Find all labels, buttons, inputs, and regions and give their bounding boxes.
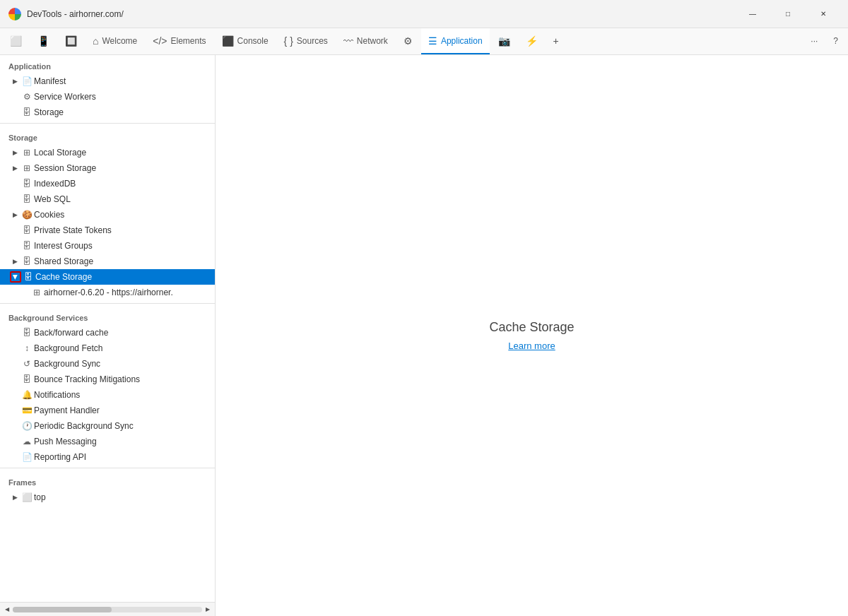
cache-storage-title: Cache Storage [489,320,574,335]
elements-icon: </> [153,35,167,47]
tab-group-left: ⬜ 📱 🔲 ⌂ Welcome </> Elements ⬛ Console {… [3,28,566,54]
reporting-api-label: Reporting API [34,452,212,462]
sidebar-item-background-sync[interactable]: ↺ Background Sync [0,356,215,372]
back-forward-cache-label: Back/forward cache [34,328,212,338]
tab-help-button[interactable]: ? [826,36,845,47]
sidebar-item-notifications[interactable]: 🔔 Notifications [0,387,215,403]
sidebar-item-periodic-bg-sync[interactable]: 🕐 Periodic Background Sync [0,418,215,434]
sidebar-item-local-storage[interactable]: ▶ ⊞ Local Storage [0,145,215,160]
manifest-label: Manifest [34,76,212,86]
main-content: Cache Storage Learn more [216,55,848,616]
private-state-tokens-label: Private State Tokens [34,225,212,235]
notifications-icon: 🔔 [21,389,33,401]
tab-console[interactable]: ⬛ Console [215,28,276,54]
sidebar-item-cache-storage[interactable]: ▶ 🗄 Cache Storage [0,269,215,285]
notifications-label: Notifications [34,390,212,400]
shared-storage-label: Shared Storage [34,256,212,266]
sidebar-item-storage-overview[interactable]: 🗄 Storage [0,105,215,120]
service-workers-icon: ⚙ [21,91,33,102]
sidebar-item-back-forward-cache[interactable]: 🗄 Back/forward cache [0,325,215,340]
tab-device-toolbar[interactable]: 📱 [30,28,57,54]
tab-elements[interactable]: </> Elements [146,28,213,54]
cache-storage-arrow: ▶ [11,272,20,282]
extra-icon: ⚡ [526,35,538,47]
tab-sources[interactable]: { } Sources [277,28,335,54]
sidebar-item-interest-groups[interactable]: 🗄 Interest Groups [0,238,215,254]
application-section-label: Application [0,55,215,73]
tab-network[interactable]: 〰 Network [336,28,395,54]
background-fetch-icon: ↕ [21,343,33,354]
add-tab-icon: + [553,35,559,47]
cache-storage-icon: 🗄 [23,271,34,283]
learn-more-link[interactable]: Learn more [508,340,555,351]
tab-add[interactable]: + [546,28,566,54]
tab-memory[interactable]: 📷 [491,28,517,54]
indexeddb-icon: 🗄 [21,178,33,189]
sidebar-item-background-fetch[interactable]: ↕ Background Fetch [0,340,215,356]
sidebar-item-web-sql[interactable]: 🗄 Web SQL [0,191,215,207]
interest-groups-icon: 🗄 [21,240,33,251]
maximize-button[interactable]: □ [772,3,804,25]
bounce-tracking-icon: 🗄 [21,374,33,385]
tab-toggle-drawer[interactable]: ⬜ [3,28,29,54]
cookies-arrow: ▶ [10,210,20,220]
scroll-right-button[interactable]: ▶ [202,604,213,615]
sidebar-item-payment-handler[interactable]: 💳 Payment Handler [0,403,215,418]
scroll-left-button[interactable]: ◀ [1,604,13,615]
devtools-tabbar: ⬜ 📱 🔲 ⌂ Welcome </> Elements ⬛ Console {… [0,28,848,55]
sidebar-item-cookies[interactable]: ▶ 🍪 Cookies [0,207,215,223]
close-button[interactable]: ✕ [807,3,840,25]
sidebar-item-indexeddb[interactable]: 🗄 IndexedDB [0,176,215,191]
sidebar-item-bounce-tracking[interactable]: 🗄 Bounce Tracking Mitigations [0,372,215,387]
sidebar-item-private-state-tokens[interactable]: 🗄 Private State Tokens [0,223,215,238]
cache-storage-arrow-box: ▶ [10,271,21,283]
background-services-section-label: Background Services [0,307,215,325]
sidebar-scrollbar[interactable]: ◀ ▶ [0,602,215,616]
sidebar-item-manifest[interactable]: ▶ 📄 Manifest [0,73,215,89]
tab-application-label: Application [441,36,483,46]
welcome-icon: ⌂ [93,35,98,47]
divider-2 [0,303,215,304]
search-icon: 🔲 [65,35,77,47]
titlebar: DevTools - airhorner.com/ — □ ✕ [0,0,848,28]
manifest-arrow: ▶ [10,76,20,86]
divider-1 [0,123,215,124]
window-controls: — □ ✕ [736,3,840,25]
tab-console-label: Console [237,36,269,46]
tab-welcome[interactable]: ⌂ Welcome [86,28,144,54]
session-storage-arrow: ▶ [10,163,20,173]
web-sql-label: Web SQL [34,194,212,204]
performance-icon: ⚙ [404,35,413,47]
tab-application[interactable]: ☰ Application [421,28,490,54]
tab-more-button[interactable]: ··· [803,36,825,47]
manifest-icon: 📄 [21,76,33,87]
tab-performance[interactable]: ⚙ [396,28,420,54]
console-icon: ⬛ [222,35,234,47]
local-storage-icon: ⊞ [21,147,33,158]
local-storage-label: Local Storage [34,148,212,158]
sources-icon: { } [284,35,293,47]
sidebar-item-frames-top[interactable]: ▶ ⬜ top [0,490,215,505]
frames-top-label: top [34,492,212,502]
minimize-button[interactable]: — [736,3,769,25]
sidebar-item-cache-entry[interactable]: ⊞ airhorner-0.6.20 - https://airhorner. [0,285,215,300]
interest-groups-label: Interest Groups [34,241,212,251]
background-sync-label: Background Sync [34,359,212,369]
storage-overview-label: Storage [34,107,212,117]
tab-extra[interactable]: ⚡ [519,28,545,54]
sidebar-item-service-workers[interactable]: ⚙ Service Workers [0,89,215,105]
sidebar: Application ▶ 📄 Manifest ⚙ Service Worke… [0,55,216,616]
sidebar-item-session-storage[interactable]: ▶ ⊞ Session Storage [0,160,215,176]
sidebar-item-shared-storage[interactable]: ▶ 🗄 Shared Storage [0,254,215,269]
scrollbar-thumb[interactable] [13,607,112,612]
sidebar-item-reporting-api[interactable]: 📄 Reporting API [0,449,215,465]
cookies-icon: 🍪 [21,209,33,220]
network-icon: 〰 [343,35,353,47]
tab-search[interactable]: 🔲 [58,28,84,54]
frames-top-icon: ⬜ [21,492,33,503]
scrollbar-track[interactable] [13,607,202,612]
cache-storage-label: Cache Storage [35,272,212,282]
storage-section-label: Storage [0,126,215,145]
back-forward-cache-icon: 🗄 [21,327,33,338]
sidebar-item-push-messaging[interactable]: ☁ Push Messaging [0,434,215,449]
